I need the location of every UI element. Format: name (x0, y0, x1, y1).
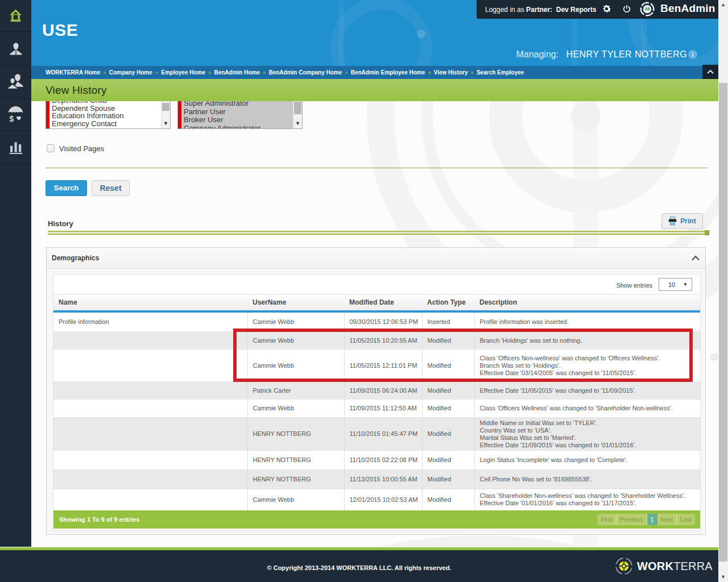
svg-text:$: $ (10, 114, 14, 123)
